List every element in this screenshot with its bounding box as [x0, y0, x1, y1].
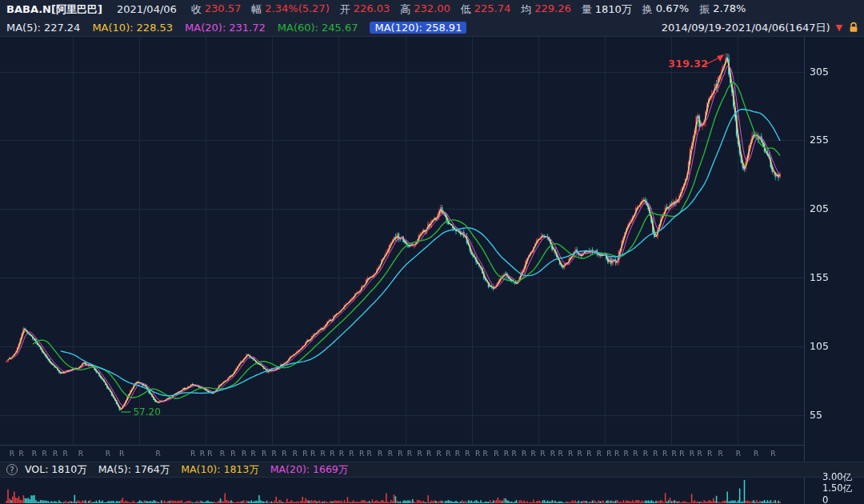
field-high: 高 232.00	[400, 2, 450, 17]
lock-icon[interactable]	[848, 22, 859, 34]
ma10-legend: MA(10): 228.53	[92, 22, 173, 34]
field-low: 低 225.74	[461, 2, 511, 17]
ma20-legend: MA(20): 231.72	[185, 22, 266, 34]
vol-ma10: MA(10): 1813万	[181, 463, 259, 477]
ma5-legend: MA(5): 227.24	[6, 22, 80, 34]
field-open: 开 226.03	[340, 2, 390, 17]
field-average: 均 229.26	[521, 2, 571, 17]
vol-ma5: MA(5): 1764万	[98, 463, 170, 477]
ma120-legend[interactable]: MA(120): 258.91	[370, 22, 466, 34]
symbol-name: BABA.N[阿里巴巴]	[6, 2, 102, 17]
main-chart-canvas[interactable]	[0, 0, 864, 504]
field-change: 幅 2.34%(5.27)	[251, 2, 329, 17]
ma-legend-bar: MA(5): 227.24 MA(10): 228.53 MA(20): 231…	[0, 18, 864, 37]
field-close: 收 230.57	[191, 2, 242, 17]
field-volume: 量 1810万	[582, 2, 632, 17]
date-range-label: 2014/09/19-2021/04/06(1647日)	[662, 21, 830, 35]
vol-ma20: MA(20): 1669万	[270, 463, 349, 477]
vol-value: VOL: 1810万	[25, 463, 87, 477]
quote-header-bar: BABA.N[阿里巴巴] 2021/04/06 收 230.57 幅 2.34%…	[0, 0, 864, 18]
ma60-legend: MA(60): 245.67	[278, 22, 358, 34]
dropdown-arrow-icon[interactable]: ▼	[836, 23, 842, 32]
high-annotation: 319.32	[668, 58, 708, 70]
quote-date: 2021/04/06	[117, 3, 177, 15]
low-annotation: 57.20	[133, 406, 160, 418]
stock-chart-window: BABA.N[阿里巴巴] 2021/04/06 收 230.57 幅 2.34%…	[0, 0, 864, 504]
range-selector-area: 2014/09/19-2021/04/06(1647日) ▼	[662, 18, 859, 37]
help-icon[interactable]: ?	[6, 464, 18, 475]
field-turnover: 换 0.67%	[642, 2, 689, 17]
field-amplitude: 振 2.78%	[699, 2, 746, 17]
volume-legend-bar: ? VOL: 1810万 MA(5): 1764万 MA(10): 1813万 …	[0, 462, 864, 478]
